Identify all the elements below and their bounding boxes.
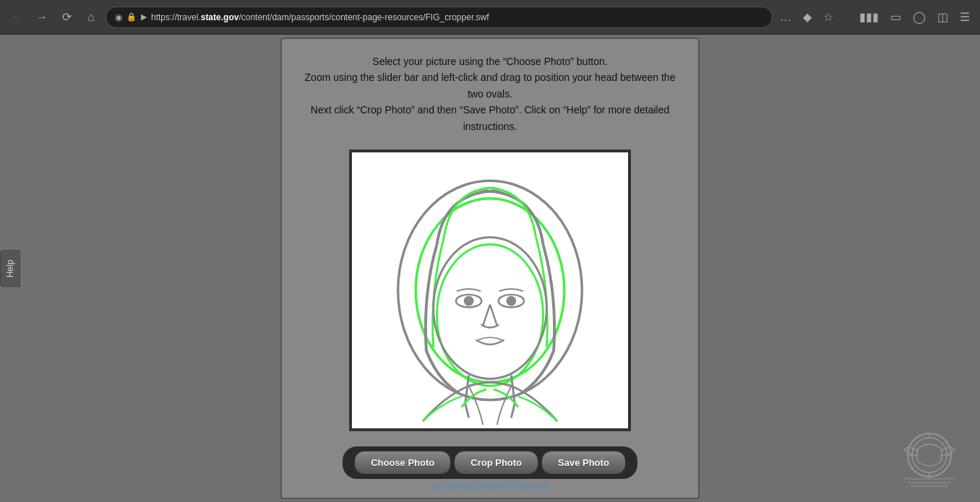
instruction-line3: Next click “Crop Photo” and then “Save P…	[296, 102, 684, 134]
face-illustration	[352, 152, 628, 428]
instruction-line2: Zoom using the slider bar and left-click…	[296, 69, 684, 102]
eagle-watermark	[893, 430, 966, 488]
library-icon[interactable]: ▮▮▮	[856, 7, 882, 27]
app-container: Select your picture using the “Choose Ph…	[280, 38, 700, 499]
svg-point-1	[416, 199, 564, 383]
main-content: Help Select your picture using the “Choo…	[0, 35, 980, 502]
menu-icon[interactable]: ☰	[957, 7, 973, 27]
svg-point-0	[398, 181, 583, 400]
more-options-icon[interactable]: …	[777, 8, 794, 27]
photo-canvas	[338, 146, 642, 435]
svg-point-3	[434, 238, 547, 379]
help-tab[interactable]: Help	[0, 250, 20, 287]
back-button[interactable]: ←	[7, 7, 27, 27]
address-bar[interactable]: ◉ 🔒 ▶ https://travel.state.gov/content/d…	[106, 7, 773, 28]
home-button[interactable]: ⌂	[81, 7, 101, 27]
photo-area[interactable]	[349, 150, 631, 431]
profile-icon[interactable]: ◯	[910, 7, 929, 27]
instructions: Select your picture using the “Choose Ph…	[296, 53, 684, 134]
collections-icon[interactable]: ◫	[934, 7, 951, 27]
media-icon: ▶	[141, 12, 147, 22]
save-photo-button[interactable]: Save Photo	[541, 451, 626, 475]
security-shield-icon: ◉	[115, 12, 122, 22]
svg-point-5	[464, 296, 474, 306]
choose-photo-button[interactable]: Choose Photo	[354, 451, 451, 475]
lock-icon: 🔒	[126, 12, 137, 22]
pocket-icon[interactable]: ◆	[800, 7, 814, 27]
button-bar: Choose Photo Crop Photo Save Photo	[343, 446, 637, 479]
crop-photo-button[interactable]: Crop Photo	[454, 451, 538, 475]
sidebar-icon[interactable]: ▭	[887, 7, 904, 27]
svg-point-7	[507, 296, 517, 306]
reload-button[interactable]: ⟳	[56, 7, 77, 27]
forward-button[interactable]: →	[32, 7, 52, 27]
url-text: https://travel.state.gov/content/dam/pas…	[151, 12, 489, 22]
svg-point-2	[437, 244, 543, 386]
instruction-line1: Select your picture using the “Choose Ph…	[296, 53, 684, 69]
bookmark-star-icon[interactable]: ☆	[820, 7, 836, 27]
browser-chrome: ← → ⟳ ⌂ ◉ 🔒 ▶ https://travel.state.gov/c…	[0, 0, 980, 35]
toolbar-right: … ◆ ☆ ▮▮▮ ▭ ◯ ◫ ☰	[777, 7, 973, 27]
version-text: v1.0.960 build 5/5/10-14:00 rev 5	[432, 482, 549, 490]
